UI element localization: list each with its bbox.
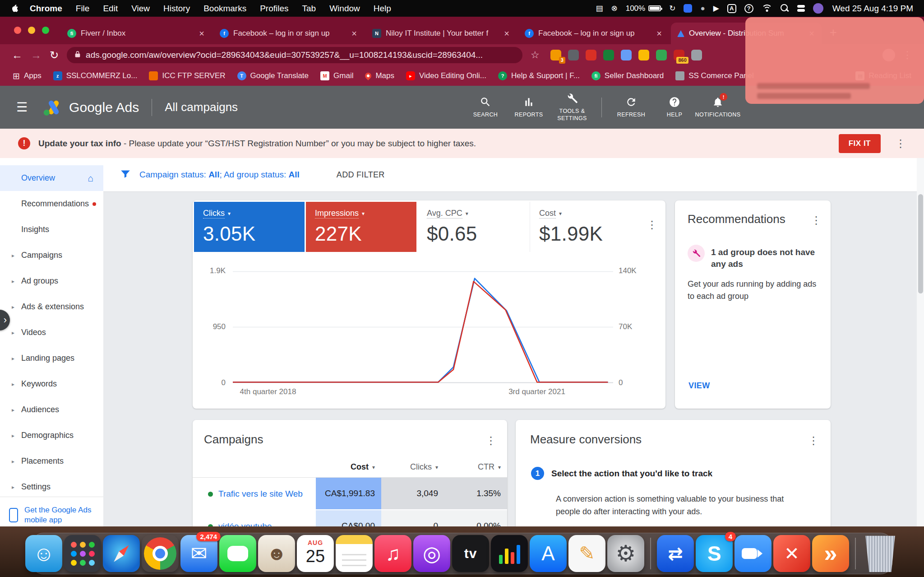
apps-shortcut[interactable]: ⊞ Apps	[13, 71, 42, 81]
dock-finder[interactable]: ☺	[25, 535, 62, 572]
app-blue-icon[interactable]	[684, 4, 692, 13]
bookmark-video-editing-onli-[interactable]: ▸Video Editing Onli...	[406, 71, 486, 80]
menu-file[interactable]: File	[76, 4, 90, 14]
sidebar-item-audiences[interactable]: ▸Audiences	[0, 397, 103, 423]
dock-teamviewer[interactable]: ⇄	[657, 535, 694, 572]
dock-appletv[interactable]: tv	[452, 535, 489, 572]
campaign-name-cell[interactable]: Trafic vers le site Web	[193, 478, 316, 510]
header-search[interactable]: SEARCH	[467, 96, 504, 119]
menubar-clock[interactable]: Wed 25 Aug 4:19 PM	[832, 4, 913, 14]
column-header-cost[interactable]: Cost▾	[316, 457, 381, 477]
tab-close-icon[interactable]: ×	[656, 28, 663, 39]
dock-notes[interactable]	[336, 535, 373, 572]
control-center-icon[interactable]	[797, 5, 805, 12]
sidebar-item-demographics[interactable]: ▸Demographics	[0, 423, 103, 448]
sidebar-item-keywords[interactable]: ▸Keywords	[0, 371, 103, 397]
back-button[interactable]: ←	[12, 50, 23, 60]
header-notifications[interactable]: !NOTIFICATIONS	[699, 96, 736, 119]
menu-edit[interactable]: Edit	[103, 4, 118, 14]
dock-zoom[interactable]	[735, 535, 772, 572]
forward-button[interactable]: →	[31, 50, 42, 60]
dock-chrome[interactable]	[142, 535, 179, 572]
input-source-icon[interactable]: A	[727, 4, 736, 13]
sidebar-item-overview[interactable]: Overview⌂	[0, 165, 103, 191]
alert-menu-icon[interactable]: ⋮	[895, 137, 906, 150]
sidebar-item-landing-pages[interactable]: ▸Landing pages	[0, 345, 103, 371]
column-header-clicks[interactable]: Clicks▾	[381, 457, 444, 477]
reload-button[interactable]: ↻	[50, 50, 59, 60]
address-bar[interactable]: ads.google.com/aw/overview?ocid=28963404…	[67, 47, 522, 63]
campaign-link[interactable]: Trafic vers le site Web	[218, 489, 303, 499]
tab-4[interactable]: fFacebook – log in or sign up×	[518, 23, 669, 44]
sidebar-item-placements[interactable]: ▸Placements	[0, 448, 103, 474]
fix-it-button[interactable]: FIX IT	[839, 134, 881, 153]
sidebar-item-settings[interactable]: ▸Settings	[0, 474, 103, 500]
bookmark-gmail[interactable]: MGmail	[320, 71, 353, 80]
measure-menu-icon[interactable]: ⋮	[808, 434, 819, 447]
dnd-icon[interactable]: ⊗	[611, 5, 617, 12]
app-menu[interactable]: Chrome	[30, 4, 62, 14]
menu-tab[interactable]: Tab	[302, 4, 316, 14]
scrollbar-thumb[interactable]	[918, 194, 923, 293]
scorecard-clicks[interactable]: Clicks▾3.05K	[194, 202, 305, 252]
header-refresh[interactable]: REFRESH	[613, 96, 650, 119]
menu-view[interactable]: View	[131, 4, 150, 14]
dock-calendar[interactable]: AUG25	[297, 535, 334, 572]
filter-status[interactable]: Campaign status: All; Ad group status: A…	[139, 170, 300, 180]
dock-skype[interactable]: S4	[696, 535, 733, 572]
ext-yellow-icon[interactable]	[638, 50, 649, 60]
sidebar-item-videos[interactable]: ▸Videos	[0, 320, 103, 345]
dock-music[interactable]: ♫	[374, 535, 411, 572]
sidebar-item-ads-extensions[interactable]: ▸Ads & extensions	[0, 294, 103, 320]
window-minimize-button[interactable]	[28, 27, 35, 34]
ext-dark-icon[interactable]	[568, 50, 579, 60]
column-header-ctr[interactable]: CTR▾	[444, 457, 507, 477]
bookmark-help-support-f-[interactable]: ?Help & Support | F...	[498, 71, 580, 80]
dock-pencil-app[interactable]: ✎	[568, 535, 605, 572]
sidebar-item-campaigns[interactable]: ▸Campaigns	[0, 242, 103, 268]
add-filter-button[interactable]: ADD FILTER	[337, 170, 385, 180]
ext-green-icon[interactable]	[603, 50, 614, 60]
dock-system-preferences[interactable]: ⚙	[607, 535, 644, 572]
display-icon[interactable]: ▤	[596, 5, 603, 12]
ext-green2-icon[interactable]	[656, 50, 667, 60]
sidebar-item-recommendations[interactable]: Recommendations	[0, 191, 103, 217]
recommendation-item[interactable]: 1 ad group does not have any ads	[688, 245, 821, 270]
menu-profiles[interactable]: Profiles	[260, 4, 288, 14]
view-link[interactable]: VIEW	[688, 381, 710, 391]
ext-counter-icon[interactable]: 860	[674, 50, 684, 60]
wifi-icon[interactable]	[762, 5, 772, 12]
menu-history[interactable]: History	[163, 4, 190, 14]
tab-close-icon[interactable]: ×	[198, 28, 205, 39]
bookmark-ss-comerce-panel[interactable]: SS Comerce Panel	[675, 71, 754, 80]
ext-gray-icon[interactable]	[691, 50, 702, 60]
page-scrollbar[interactable]	[917, 158, 924, 531]
window-zoom-button[interactable]	[42, 27, 49, 34]
dock-launchpad[interactable]	[64, 535, 101, 572]
menu-help[interactable]: Help	[374, 4, 391, 14]
header-tools-settings[interactable]: TOOLS & SETTINGS	[554, 92, 591, 122]
ext-orange-icon[interactable]: 3	[550, 50, 561, 60]
bookmark-star-icon[interactable]: ☆	[531, 49, 540, 61]
dock-messages[interactable]	[219, 535, 256, 572]
menu-window[interactable]: Window	[329, 4, 360, 14]
stats-card-menu-icon[interactable]: ⋮	[647, 219, 657, 231]
header-reports[interactable]: REPORTS	[510, 96, 547, 119]
gray-dot-icon[interactable]: ●	[700, 5, 705, 12]
dock-red-x-app[interactable]: ✕	[773, 535, 810, 572]
dock-podcasts[interactable]: ◎	[413, 535, 450, 572]
tab-1[interactable]: fiFiverr / Inbox×	[61, 23, 212, 44]
scorecard-impressions[interactable]: Impressions▾227K	[306, 202, 416, 252]
sync-icon[interactable]: ↻	[669, 5, 675, 12]
tab-close-icon[interactable]: ×	[351, 28, 358, 39]
tab-2[interactable]: fFacebook – log in or sign up×	[213, 23, 364, 44]
menu-bookmarks[interactable]: Bookmarks	[203, 4, 246, 14]
user-avatar[interactable]	[813, 3, 823, 14]
sidebar-item-insights[interactable]: Insights	[0, 217, 103, 242]
bookmark-icc-ftp-server[interactable]: ICC FTP SERVER	[149, 71, 225, 80]
dock-appstore[interactable]: A	[530, 535, 567, 572]
bookmark-sslcommerz-lo-[interactable]: zSSLCOMMERZ Lo...	[53, 71, 138, 80]
bookmark-seller-dashboard[interactable]: fiSeller Dashboard	[591, 71, 664, 80]
campaigns-menu-icon[interactable]: ⋮	[485, 434, 496, 447]
bookmark-maps[interactable]: Maps	[365, 71, 394, 80]
